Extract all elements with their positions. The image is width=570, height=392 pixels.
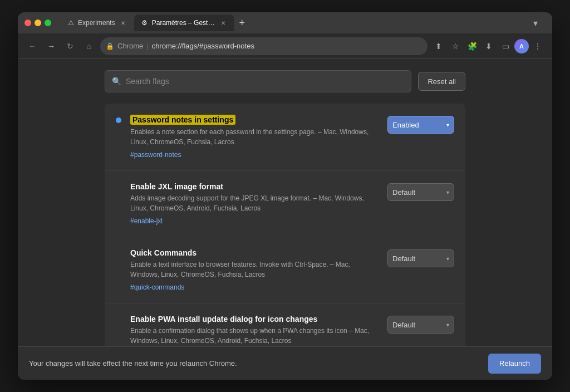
flag-description-quick-commands: Enable a text interface to browser featu… (130, 259, 379, 280)
flag-select-quick-commands[interactable]: Default ▾ (387, 249, 454, 267)
toolbar-actions: ⬆ ☆ 🧩 ⬇ ▭ A ⋮ (431, 38, 546, 54)
extension-icon: 🧩 (468, 42, 477, 51)
refresh-button[interactable]: ↻ (62, 38, 78, 54)
share-icon: ⬆ (435, 42, 442, 51)
bookmark-icon: ☆ (452, 42, 459, 51)
settings-tab-icon: ⚙ (141, 19, 149, 27)
close-window-button[interactable] (24, 19, 31, 26)
flag-title-pwa-update: Enable PWA install update dialog for ico… (130, 315, 379, 324)
window-controls-right: ▾ (528, 15, 546, 31)
share-button[interactable]: ⬆ (431, 38, 446, 54)
relaunch-button[interactable]: Relaunch (488, 354, 541, 374)
security-icon: 🔒 (106, 42, 114, 50)
tabs-area: ⚠ Experiments ✕ ⚙ Paramètres – Gestionna… (56, 14, 523, 31)
cast-icon: ▭ (502, 42, 509, 51)
flag-title-jxl: Enable JXL image format (130, 182, 379, 191)
bottom-bar: Your changes will take effect the next t… (18, 346, 552, 380)
address-url: chrome://flags/#password-notes (152, 42, 422, 50)
flag-title-password-notes: Password notes in settings (130, 115, 235, 125)
flag-anchor-quick-commands[interactable]: #quick-commands (130, 283, 184, 291)
flag-control-jxl: Default ▾ (387, 183, 454, 201)
address-bar[interactable]: 🔒 Chrome | chrome://flags/#password-note… (100, 37, 428, 55)
download-button[interactable]: ⬇ (481, 38, 497, 54)
flag-anchor-password-notes[interactable]: #password-notes (130, 151, 181, 159)
chrome-menu-button[interactable]: ⋮ (530, 38, 546, 54)
tab-settings[interactable]: ⚙ Paramètres – Gestionnaire de… ✕ (134, 14, 234, 31)
bookmark-button[interactable]: ☆ (448, 38, 463, 54)
chevron-down-icon: ▾ (446, 122, 449, 128)
browser-window: ⚠ Experiments ✕ ⚙ Paramètres – Gestionna… (18, 12, 552, 380)
tab-experiments-close[interactable]: ✕ (119, 18, 127, 27)
maximize-window-button[interactable] (45, 19, 51, 26)
flag-description-jxl: Adds image decoding support for the JPEG… (130, 193, 379, 213)
flags-list: Password notes in settings Enables a not… (105, 104, 465, 346)
back-icon: ← (28, 42, 36, 51)
flag-title-quick-commands: Quick Commands (130, 248, 379, 257)
forward-icon: → (47, 42, 55, 51)
download-icon: ⬇ (485, 42, 492, 51)
minimize-window-button[interactable] (35, 19, 41, 26)
profile-avatar[interactable]: A (514, 39, 529, 53)
profile-initial: A (519, 43, 524, 50)
reset-all-button[interactable]: Reset all (418, 72, 465, 91)
tab-experiments[interactable]: ⚠ Experiments ✕ (60, 14, 134, 31)
cast-button[interactable]: ▭ (498, 38, 513, 54)
forward-button[interactable]: → (43, 38, 59, 54)
flag-active-dot (116, 117, 121, 123)
tab-settings-close[interactable]: ✕ (219, 18, 228, 27)
search-input[interactable] (126, 77, 404, 86)
extension-button[interactable]: 🧩 (464, 38, 480, 54)
content-area[interactable]: 🔍 Reset all Password notes in settings E… (18, 59, 552, 346)
home-icon: ⌂ (87, 42, 91, 51)
back-button[interactable]: ← (24, 38, 40, 54)
flag-control-password-notes: Enabled ▾ (387, 116, 454, 134)
home-button[interactable]: ⌂ (81, 38, 97, 54)
flag-item-password-notes: Password notes in settings Enables a not… (105, 104, 465, 171)
flag-select-value-jxl: Default (392, 188, 415, 197)
chevron-down-icon: ▾ (446, 322, 449, 328)
traffic-lights (24, 19, 51, 26)
flag-control-pwa-update: Default ▾ (387, 316, 454, 334)
flag-item-pwa-update: Enable PWA install update dialog for ico… (105, 303, 465, 346)
relaunch-message: Your changes will take effect the next t… (29, 359, 488, 367)
toolbar: ← → ↻ ⌂ 🔒 Chrome | chrome://flags/#passw… (18, 33, 552, 59)
flags-container: 🔍 Reset all Password notes in settings E… (96, 59, 474, 346)
refresh-icon: ↻ (67, 42, 73, 51)
search-bar-row: 🔍 Reset all (96, 70, 474, 92)
flag-content-pwa-update: Enable PWA install update dialog for ico… (130, 315, 379, 346)
flag-select-jxl[interactable]: Default ▾ (387, 183, 454, 201)
flag-content-quick-commands: Quick Commands Enable a text interface t… (130, 248, 379, 292)
tabs-menu-button[interactable]: ▾ (528, 15, 543, 31)
new-tab-button[interactable]: + (234, 15, 250, 31)
tab-experiments-label: Experiments (78, 19, 115, 27)
flag-content-password-notes: Password notes in settings Enables a not… (130, 115, 379, 159)
flag-select-value-quick-commands: Default (392, 254, 415, 263)
title-bar: ⚠ Experiments ✕ ⚙ Paramètres – Gestionna… (18, 12, 552, 33)
flag-anchor-jxl[interactable]: #enable-jxl (130, 217, 163, 225)
experiments-tab-icon: ⚠ (67, 19, 75, 27)
flag-select-value-pwa-update: Default (392, 321, 415, 329)
flag-description-pwa-update: Enable a confirmation dialog that shows … (130, 326, 379, 346)
flag-description-password-notes: Enables a note section for each password… (130, 127, 379, 147)
flag-item-quick-commands: Quick Commands Enable a text interface t… (105, 237, 465, 303)
tab-settings-label: Paramètres – Gestionnaire de… (152, 19, 215, 27)
chevron-down-icon: ▾ (446, 189, 449, 195)
search-icon: 🔍 (112, 77, 121, 86)
address-separator: | (146, 42, 148, 50)
search-box: 🔍 (105, 70, 411, 92)
flag-select-value-password-notes: Enabled (392, 121, 419, 129)
flag-control-quick-commands: Default ▾ (387, 249, 454, 267)
flag-select-pwa-update[interactable]: Default ▾ (387, 316, 454, 334)
flag-item-jxl: Enable JXL image format Adds image decod… (105, 171, 465, 237)
address-site: Chrome (117, 42, 143, 50)
flag-content-jxl: Enable JXL image format Adds image decod… (130, 182, 379, 226)
flag-select-password-notes[interactable]: Enabled ▾ (387, 116, 454, 134)
kebab-icon: ⋮ (534, 42, 542, 51)
chevron-down-icon: ▾ (446, 256, 449, 262)
